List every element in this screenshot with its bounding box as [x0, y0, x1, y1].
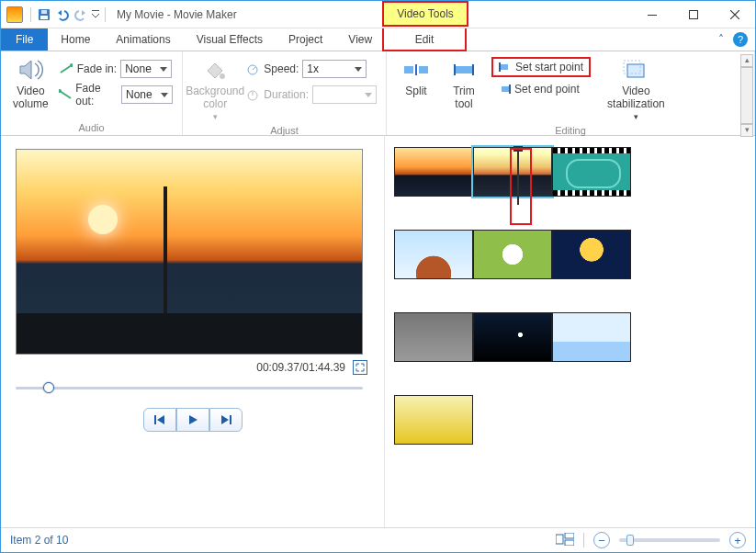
- status-bar: Item 2 of 10 − +: [1, 527, 755, 552]
- maximize-button[interactable]: [672, 2, 714, 28]
- speed-label: Speed:: [264, 62, 299, 75]
- clip-thumbnail[interactable]: [394, 147, 473, 197]
- group-adjust-label: Adjust: [192, 123, 377, 136]
- svg-rect-24: [154, 415, 156, 424]
- seek-thumb[interactable]: [43, 382, 54, 393]
- clip-thumbnail[interactable]: [394, 395, 473, 445]
- clip-thumbnail[interactable]: [552, 312, 631, 362]
- contextual-tab-group: Video Tools: [382, 1, 468, 27]
- content-area: 00:09.37/01:44.39: [1, 136, 755, 528]
- set-start-point-button[interactable]: Set start point: [491, 57, 591, 77]
- set-end-label: Set end point: [514, 83, 580, 96]
- svg-rect-16: [454, 64, 456, 75]
- duration-label: Duration:: [264, 88, 309, 101]
- svg-rect-19: [499, 62, 501, 72]
- fade-out-icon: [59, 87, 72, 102]
- fade-in-icon: [59, 62, 73, 76]
- set-end-point-button[interactable]: Set end point: [491, 79, 591, 99]
- storyboard-row: [394, 395, 746, 445]
- tab-project[interactable]: Project: [276, 28, 335, 51]
- video-volume-label: Video volume: [13, 85, 49, 110]
- window-title: My Movie - Movie Maker: [117, 8, 237, 21]
- end-point-icon: [498, 84, 511, 95]
- svg-rect-6: [689, 10, 697, 18]
- ribbon-scrollbar[interactable]: ▴▾: [740, 54, 753, 137]
- svg-rect-15: [456, 66, 472, 73]
- help-icon[interactable]: ?: [733, 32, 748, 47]
- storyboard[interactable]: [385, 136, 755, 528]
- speaker-icon: [16, 57, 45, 83]
- storyboard-row: [394, 230, 746, 279]
- split-button[interactable]: Split: [396, 55, 436, 99]
- svg-rect-3: [41, 10, 47, 14]
- ribbon-collapse-icon[interactable]: ˄: [718, 33, 724, 46]
- duration-icon: [245, 87, 260, 102]
- svg-rect-0: [10, 10, 19, 19]
- video-volume-button[interactable]: Video volume: [10, 55, 51, 112]
- thumbnail-size-icon[interactable]: [556, 533, 574, 548]
- playhead-highlight: [510, 148, 532, 225]
- tab-file[interactable]: File: [1, 28, 48, 51]
- fade-in-label: Fade in:: [77, 62, 117, 75]
- split-label: Split: [405, 85, 426, 97]
- background-color-label: Background color: [186, 85, 244, 110]
- svg-rect-22: [627, 64, 644, 77]
- svg-rect-25: [230, 415, 231, 424]
- group-audio-label: Audio: [10, 120, 173, 133]
- redo-icon[interactable]: [72, 6, 90, 24]
- trim-tool-button[interactable]: Trim tool: [444, 55, 484, 112]
- stabilization-icon: [621, 57, 650, 83]
- transport-controls: [16, 408, 369, 432]
- clip-thumbnail[interactable]: [552, 230, 631, 279]
- fullscreen-icon[interactable]: [353, 360, 367, 375]
- speed-icon: [245, 62, 260, 76]
- clip-thumbnail[interactable]: [473, 312, 552, 362]
- video-stabilization-button[interactable]: Video stabilization ▾: [604, 55, 669, 123]
- svg-rect-21: [509, 85, 511, 94]
- svg-rect-26: [556, 535, 563, 544]
- fade-out-dropdown[interactable]: None: [121, 85, 173, 104]
- play-button[interactable]: [176, 408, 209, 432]
- trim-icon: [449, 57, 479, 83]
- minimize-button[interactable]: [631, 2, 672, 28]
- fade-in-dropdown[interactable]: None: [120, 60, 172, 78]
- group-editing-label: Editing: [396, 123, 745, 136]
- stabilization-label: Video stabilization: [607, 85, 665, 110]
- duration-dropdown: [312, 85, 377, 104]
- storyboard-row: [394, 147, 746, 197]
- svg-rect-5: [648, 15, 657, 16]
- tab-view[interactable]: View: [335, 28, 385, 51]
- preview-monitor[interactable]: [16, 149, 363, 355]
- save-icon[interactable]: [35, 6, 53, 24]
- svg-rect-2: [40, 16, 48, 19]
- clip-thumbnail[interactable]: [394, 230, 473, 279]
- zoom-out-button[interactable]: −: [593, 532, 610, 548]
- title-bar: My Movie - Movie Maker: [1, 1, 755, 28]
- trim-label: Trim tool: [453, 85, 475, 110]
- preview-pane: 00:09.37/01:44.39: [1, 136, 385, 528]
- zoom-thumb[interactable]: [626, 535, 634, 546]
- seek-bar[interactable]: [16, 380, 363, 395]
- clip-thumbnail[interactable]: [552, 147, 631, 197]
- clip-thumbnail[interactable]: [473, 230, 552, 279]
- background-color-button: Background color ▾: [192, 55, 238, 123]
- tab-edit[interactable]: Edit: [382, 28, 467, 51]
- start-point-icon: [499, 62, 512, 73]
- tab-home[interactable]: Home: [48, 28, 103, 51]
- prev-frame-button[interactable]: [143, 408, 176, 432]
- qat-more-icon[interactable]: [90, 6, 101, 24]
- zoom-in-button[interactable]: +: [729, 532, 746, 548]
- undo-icon[interactable]: [53, 6, 72, 24]
- paint-bucket-icon: [200, 57, 230, 83]
- split-icon: [401, 57, 431, 83]
- close-button[interactable]: [714, 2, 755, 28]
- tab-visual-effects[interactable]: Visual Effects: [184, 28, 276, 51]
- next-frame-button[interactable]: [209, 408, 243, 432]
- app-icon: [6, 6, 23, 23]
- ribbon-tabs: File Home Animations Visual Effects Proj…: [1, 28, 755, 51]
- fade-out-label: Fade out:: [75, 82, 118, 107]
- speed-dropdown[interactable]: 1x: [302, 60, 367, 78]
- clip-thumbnail[interactable]: [394, 312, 473, 362]
- tab-animations[interactable]: Animations: [103, 28, 183, 51]
- zoom-slider[interactable]: [619, 538, 720, 542]
